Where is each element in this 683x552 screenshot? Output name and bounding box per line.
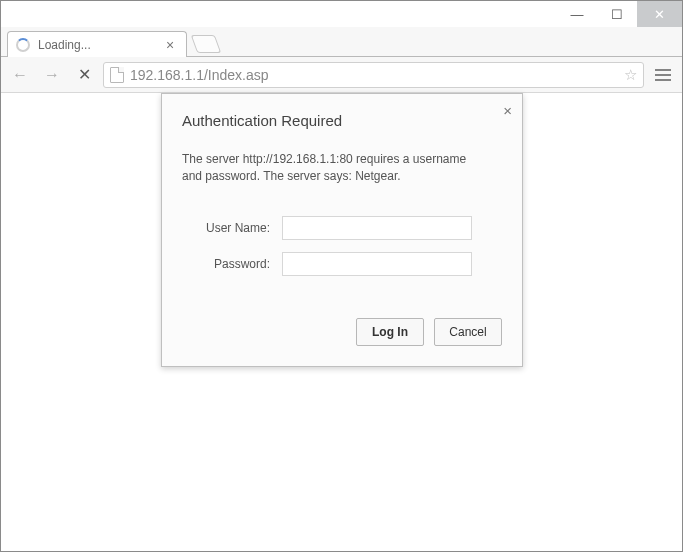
back-button[interactable]: ← [7, 62, 33, 88]
cancel-button[interactable]: Cancel [434, 318, 502, 346]
menu-icon [655, 69, 671, 71]
dialog-message: The server http://192.168.1.1:80 require… [182, 151, 502, 186]
forward-button[interactable]: → [39, 62, 65, 88]
address-bar[interactable]: 192.168.1.1/Index.asp ☆ [103, 62, 644, 88]
page-content: × Authentication Required The server htt… [1, 93, 682, 551]
window-maximize-button[interactable]: ☐ [597, 1, 637, 27]
login-button[interactable]: Log In [356, 318, 424, 346]
dialog-title: Authentication Required [182, 112, 502, 129]
window-titlebar: — ☐ ✕ [1, 1, 682, 27]
browser-toolbar: ← → ✕ 192.168.1.1/Index.asp ☆ [1, 57, 682, 93]
browser-tab[interactable]: Loading... × [7, 31, 187, 57]
username-input[interactable] [282, 216, 472, 240]
username-label: User Name: [182, 221, 282, 235]
tab-close-button[interactable]: × [162, 37, 178, 53]
url-text: 192.168.1.1/Index.asp [130, 67, 269, 83]
auth-dialog: × Authentication Required The server htt… [161, 93, 523, 367]
window-minimize-button[interactable]: — [557, 1, 597, 27]
stop-reload-button[interactable]: ✕ [71, 62, 97, 88]
bookmark-star-icon[interactable]: ☆ [624, 66, 637, 84]
new-tab-button[interactable] [191, 35, 222, 53]
dialog-actions: Log In Cancel [182, 318, 502, 346]
browser-menu-button[interactable] [650, 62, 676, 88]
tab-title: Loading... [38, 38, 162, 52]
page-icon [110, 67, 124, 83]
password-label: Password: [182, 257, 282, 271]
password-input[interactable] [282, 252, 472, 276]
dialog-close-button[interactable]: × [503, 102, 512, 119]
password-row: Password: [182, 252, 502, 276]
window-close-button[interactable]: ✕ [637, 1, 682, 27]
username-row: User Name: [182, 216, 502, 240]
tab-strip: Loading... × [1, 27, 682, 57]
loading-spinner-icon [16, 38, 30, 52]
